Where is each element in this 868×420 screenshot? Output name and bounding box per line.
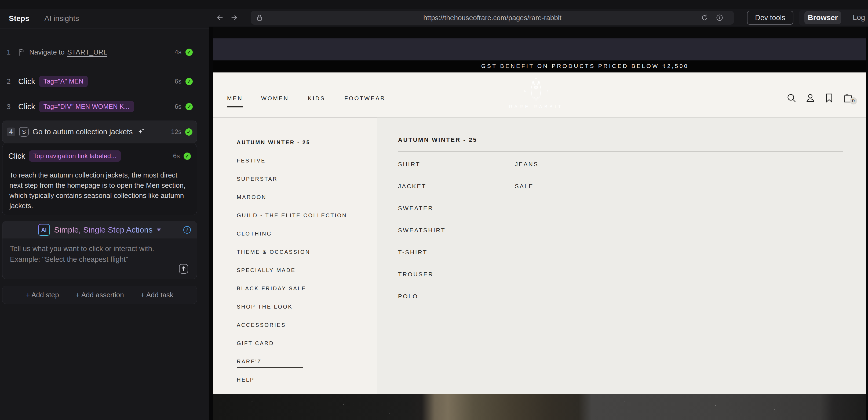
step-row-click-div[interactable]: 3 Click Tag="DIV" MEN WOMEN K... 6s ✓ (7, 98, 193, 115)
url-text[interactable]: https://thehouseofrare.com/pages/rare-ra… (251, 14, 734, 22)
menu-item-superstar[interactable]: SUPERSTAR (237, 170, 377, 188)
info-icon[interactable]: i (183, 226, 191, 234)
step-text: Navigate to (29, 48, 65, 56)
site-hero-header (213, 38, 866, 60)
announcement-bar: GST BENEFIT ON PRODUCTS PRICED BELOW ₹2,… (213, 60, 866, 72)
steps-sidebar: Steps AI insights 1 Navigate to START_UR… (0, 9, 209, 420)
action-label: Click (8, 152, 25, 160)
reasoning-text: To reach the autumn collection jackets, … (2, 166, 197, 211)
logo-wordmark: RARE RABBIT (504, 104, 568, 110)
submenu-item-trouser[interactable]: TROUSER (398, 271, 515, 293)
menu-item-festive[interactable]: FESTIVE (237, 151, 377, 170)
menu-item-accessories[interactable]: ACCESSORIES (237, 316, 377, 334)
step-duration: 6s (173, 152, 180, 160)
add-task-button[interactable]: + Add task (141, 291, 174, 299)
ai-instruction-input[interactable] (9, 243, 172, 273)
account-icon[interactable] (805, 93, 816, 103)
step-number: 1 (7, 48, 14, 56)
menu-item-clothing[interactable]: CLOTHING (237, 224, 377, 243)
step-card-ai-task[interactable]: 4 S Go to autum collection jackets 12s ✓ (2, 121, 197, 143)
menu-item-maroon[interactable]: MAROON (237, 188, 377, 206)
success-check-icon: ✓ (185, 128, 192, 136)
wishlist-bookmark-icon[interactable] (824, 93, 834, 103)
refresh-icon[interactable] (701, 14, 708, 23)
window-top-strip (0, 0, 868, 9)
submenu-item-jeans[interactable]: JEANS (515, 161, 631, 183)
mega-menu-categories: AUTUMN WINTER - 25 FESTIVE SUPERSTAR MAR… (213, 117, 377, 394)
add-actions-bar: + Add step + Add assertion + Add task (2, 286, 197, 304)
step-row-click-men[interactable]: 2 Click Tag="A" MEN 6s ✓ (7, 73, 193, 89)
nav-link-footwear[interactable]: FOOTWEAR (344, 95, 385, 101)
menu-item-specially-made[interactable]: SPECIALLY MADE (237, 261, 377, 279)
back-icon[interactable] (216, 13, 225, 22)
svg-text:R: R (546, 89, 548, 93)
menu-item-autumn-winter[interactable]: AUTUMN WINTER - 25 (237, 133, 377, 151)
substep-detail-card: Click Top navigation link labeled... 6s … (2, 144, 197, 215)
smart-step-icon: S (19, 127, 29, 137)
add-step-button[interactable]: + Add step (26, 291, 59, 299)
tab-ai-insights[interactable]: AI insights (44, 14, 79, 23)
menu-item-shop-the-look[interactable]: SHOP THE LOOK (237, 298, 377, 316)
menu-item-rarez[interactable]: RARE'Z (237, 352, 377, 370)
submenu-item-tshirt[interactable]: T-SHIRT (398, 249, 515, 271)
nav-link-men[interactable]: MEN (227, 95, 243, 101)
menu-item-guild[interactable]: GUILD - THE ELITE COLLECTION (237, 206, 377, 224)
search-icon[interactable] (786, 93, 797, 103)
add-assertion-button[interactable]: + Add assertion (76, 291, 124, 299)
rare-rabbit-logo[interactable]: R R RARE RABBIT (504, 79, 568, 110)
submit-arrow-button[interactable] (179, 264, 188, 274)
submenu-item-shirt[interactable]: SHIRT (398, 161, 515, 183)
menu-item-gift-card[interactable]: GIFT CARD (237, 334, 377, 352)
tab-steps[interactable]: Steps (9, 14, 29, 23)
site-top-gap (213, 27, 866, 38)
chevron-down-icon[interactable] (157, 229, 161, 231)
submenu-column-2: JEANS SALE (515, 161, 631, 315)
ai-badge-icon: AI (38, 224, 50, 236)
submenu-item-jacket[interactable]: JACKET (398, 183, 515, 205)
action-label: Click (18, 77, 35, 86)
submenu-column-1: SHIRT JACKET SWEATER SWEATSHIRT T-SHIRT … (398, 161, 515, 315)
rarez-underline (237, 367, 303, 368)
selector-badge[interactable]: Top navigation link labeled... (29, 150, 121, 162)
step-duration: 6s (175, 103, 181, 110)
ai-panel-header[interactable]: AI Simple, Single Step Actions i (2, 221, 197, 238)
browser-viewport: GST BENEFIT ON PRODUCTS PRICED BELOW ₹2,… (209, 27, 868, 420)
site-page: GST BENEFIT ON PRODUCTS PRICED BELOW ₹2,… (213, 27, 866, 420)
success-check-icon: ✓ (185, 49, 193, 56)
submenu-item-sale[interactable]: SALE (515, 183, 631, 205)
ai-action-panel: AI Simple, Single Step Actions i (2, 221, 197, 279)
dev-tools-button[interactable]: Dev tools (747, 11, 794, 25)
submenu-item-sweatshirt[interactable]: SWEATSHIRT (398, 227, 515, 249)
tab-log[interactable]: Log (847, 13, 868, 22)
submenu-item-sweater[interactable]: SWEATER (398, 205, 515, 227)
step-duration: 6s (175, 78, 181, 85)
url-bar[interactable]: https://thehouseofrare.com/pages/rare-ra… (251, 11, 734, 25)
menu-item-black-friday[interactable]: BLACK FRIDAY SALE (237, 279, 377, 298)
forward-icon[interactable] (229, 13, 239, 22)
site-utility-icons: 0 (786, 93, 853, 103)
sparkles-icon (136, 127, 146, 137)
nav-link-kids[interactable]: KIDS (308, 95, 325, 101)
submenu-item-polo[interactable]: POLO (398, 293, 515, 315)
cart-icon[interactable]: 0 (842, 93, 853, 103)
menu-item-theme-occassion[interactable]: THEME & OCCASSION (237, 243, 377, 261)
selector-badge[interactable]: Tag="A" MEN (39, 76, 88, 87)
start-url-link[interactable]: START_URL (67, 48, 107, 56)
hero-photo (213, 394, 866, 420)
cart-count-badge: 0 (850, 97, 857, 104)
menu-item-help[interactable]: HELP (237, 370, 377, 389)
divider (6, 95, 193, 95)
step-row-navigate[interactable]: 1 Navigate to START_URL 4s ✓ (7, 44, 193, 60)
action-label: Click (18, 102, 35, 111)
tab-browser[interactable]: Browser (804, 11, 841, 24)
step-duration: 4s (175, 48, 181, 56)
nav-link-women[interactable]: WOMEN (261, 95, 289, 101)
mega-menu-subpanel: AUTUMN WINTER - 25 SHIRT JACKET SWEATER … (377, 117, 866, 394)
ai-panel-body (2, 238, 197, 279)
info-icon[interactable] (716, 14, 723, 23)
sidebar-tabs: Steps AI insights (0, 9, 209, 28)
selector-badge[interactable]: Tag="DIV" MEN WOMEN K... (39, 101, 134, 112)
active-nav-underline (227, 106, 243, 108)
app-window: Steps AI insights 1 Navigate to START_UR… (0, 0, 868, 420)
substep-row[interactable]: Click Top navigation link labeled... 6s … (2, 144, 197, 163)
